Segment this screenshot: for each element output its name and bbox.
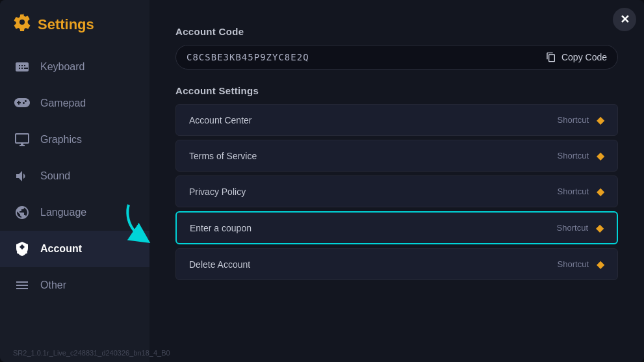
row-right-account-center: Shortcut ◆ [558,114,604,126]
settings-row-delete[interactable]: Delete Account Shortcut ◆ [175,248,618,280]
shortcut-label-privacy: Shortcut [558,187,589,196]
sidebar-item-keyboard[interactable]: Keyboard [0,49,149,85]
sidebar-header: Settings [0,13,149,49]
shortcut-label-coupon: Shortcut [557,223,588,233]
copy-button-label: Copy Code [561,52,607,62]
sidebar-item-language[interactable]: Language [0,194,149,231]
other-icon [13,276,31,294]
arrow-icon-privacy: ◆ [597,185,604,198]
account-code-section: Account Code C8CSBE3KB45P9ZYC8E2Q Copy C… [175,26,618,70]
keyboard-icon [13,58,31,76]
row-label-privacy: Privacy Policy [189,187,246,197]
arrow-icon-terms: ◆ [597,149,604,162]
row-label-terms: Terms of Service [189,151,257,161]
row-label-delete: Delete Account [189,259,250,270]
sidebar-label-gamepad: Gamepad [40,97,86,109]
account-code-value: C8CSBE3KB45P9ZYC8E2Q [187,52,309,62]
sidebar: Settings Keyboard Gamepad Graphics [0,0,149,362]
code-input-row: C8CSBE3KB45P9ZYC8E2Q Copy Code [175,45,618,70]
copy-icon [546,52,556,62]
account-settings-label: Account Settings [175,85,618,96]
account-settings-section: Account Settings Account Center Shortcut… [175,85,618,280]
version-text: SR2_1.0.1r_Live_c248831_d240326_bn18_4_B… [13,349,170,357]
account-code-label: Account Code [175,26,618,37]
sidebar-label-account: Account [40,243,82,255]
close-icon: ✕ [620,12,630,27]
settings-modal: Settings Keyboard Gamepad Graphics [0,0,644,362]
sound-icon [13,167,31,185]
row-label-account-center: Account Center [189,115,252,125]
sidebar-item-graphics[interactable]: Graphics [0,122,149,158]
sidebar-item-gamepad[interactable]: Gamepad [0,85,149,122]
sidebar-label-language: Language [40,207,86,218]
arrow-icon-delete: ◆ [597,258,604,270]
row-right-coupon: Shortcut ◆ [557,222,604,234]
copy-code-button[interactable]: Copy Code [546,52,607,62]
shortcut-label-account-center: Shortcut [558,115,589,125]
settings-row-coupon[interactable]: Enter a coupon Shortcut ◆ [175,211,618,244]
sidebar-item-other[interactable]: Other [0,267,149,304]
main-content: Account Code C8CSBE3KB45P9ZYC8E2Q Copy C… [149,0,644,362]
shortcut-label-delete: Shortcut [558,259,589,269]
row-right-delete: Shortcut ◆ [558,258,604,270]
close-button[interactable]: ✕ [613,8,636,31]
graphics-icon [13,131,31,149]
gear-icon [13,13,31,36]
gamepad-icon [13,94,31,112]
row-right-privacy: Shortcut ◆ [558,185,604,198]
arrow-icon-account-center: ◆ [597,114,604,126]
sidebar-item-account[interactable]: Account [0,231,149,267]
language-icon [13,203,31,222]
settings-row-privacy[interactable]: Privacy Policy Shortcut ◆ [175,175,618,207]
account-icon [13,240,31,258]
sidebar-label-other: Other [40,279,66,291]
arrow-icon-coupon: ◆ [596,222,604,234]
shortcut-label-terms: Shortcut [558,151,589,161]
row-label-coupon: Enter a coupon [190,223,251,233]
sidebar-label-graphics: Graphics [40,134,82,146]
sidebar-label-keyboard: Keyboard [40,61,85,73]
settings-row-account-center[interactable]: Account Center Shortcut ◆ [175,104,618,136]
row-right-terms: Shortcut ◆ [558,149,604,162]
sidebar-label-sound: Sound [40,170,70,182]
sidebar-item-sound[interactable]: Sound [0,158,149,194]
settings-row-terms[interactable]: Terms of Service Shortcut ◆ [175,140,618,172]
settings-title: Settings [38,16,94,33]
